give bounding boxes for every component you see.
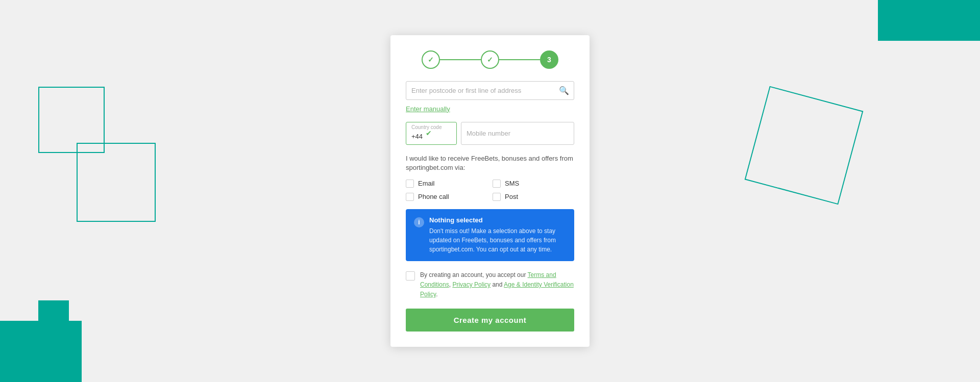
step-indicators: ✓ ✓ 3 xyxy=(406,50,574,69)
phone-call-checkbox[interactable] xyxy=(406,193,414,201)
contact-preferences: Email SMS Phone call Post xyxy=(406,180,574,201)
email-label: Email xyxy=(418,180,435,187)
step-3: 3 xyxy=(540,50,558,69)
step-2-check: ✓ xyxy=(487,56,493,64)
terms-checkbox[interactable] xyxy=(406,271,415,281)
offers-text: I would like to receive FreeBets, bonuse… xyxy=(406,154,574,172)
enter-manually-link[interactable]: Enter manually xyxy=(406,105,450,113)
create-account-label: Create my account xyxy=(454,316,527,324)
step-1: ✓ xyxy=(422,50,440,69)
privacy-policy-link[interactable]: Privacy Policy xyxy=(452,281,491,288)
mobile-number-input[interactable] xyxy=(461,122,574,145)
phone-row: Country code +44 ✔ xyxy=(406,122,574,145)
address-input[interactable] xyxy=(406,81,574,100)
country-code-value: +44 xyxy=(411,133,423,140)
post-checkbox-item[interactable]: Post xyxy=(493,193,574,201)
terms-text-before: By creating an account, you accept our xyxy=(420,271,526,278)
outline-square-3 xyxy=(745,86,864,205)
sms-label: SMS xyxy=(505,180,519,187)
step-1-check: ✓ xyxy=(428,56,434,64)
outline-square-2 xyxy=(77,143,156,222)
info-box: i Nothing selected Don't miss out! Make … xyxy=(406,209,574,261)
phone-call-checkbox-item[interactable]: Phone call xyxy=(406,193,487,201)
country-code-box[interactable]: Country code +44 ✔ xyxy=(406,122,457,145)
step-line-1 xyxy=(440,59,481,60)
country-code-label: Country code xyxy=(411,124,442,130)
terms-text-mid: and xyxy=(492,281,504,288)
terms-row: By creating an account, you accept our T… xyxy=(406,270,574,300)
teal-corner-bottom-left xyxy=(0,321,82,382)
step-2: ✓ xyxy=(481,50,499,69)
email-checkbox[interactable] xyxy=(406,180,414,188)
country-code-check-icon: ✔ xyxy=(426,129,432,137)
phone-call-label: Phone call xyxy=(418,193,449,200)
post-checkbox[interactable] xyxy=(493,193,501,201)
step-3-label: 3 xyxy=(547,56,551,64)
email-checkbox-item[interactable]: Email xyxy=(406,180,487,188)
teal-corner-top-right xyxy=(878,0,980,41)
search-icon: 🔍 xyxy=(559,86,569,95)
info-icon: i xyxy=(414,217,424,227)
sms-checkbox-item[interactable]: SMS xyxy=(493,180,574,188)
step-line-2 xyxy=(499,59,540,60)
teal-small-square xyxy=(38,300,69,331)
post-label: Post xyxy=(505,193,518,200)
registration-card: ✓ ✓ 3 🔍 Enter manually Country code +44 … xyxy=(390,35,590,347)
sms-checkbox[interactable] xyxy=(493,180,501,188)
outline-square-1 xyxy=(38,87,105,153)
info-body: Don't miss out! Make a selection above t… xyxy=(429,226,566,254)
create-account-button[interactable]: Create my account xyxy=(406,309,574,332)
terms-text: By creating an account, you accept our T… xyxy=(420,270,574,300)
info-content: Nothing selected Don't miss out! Make a … xyxy=(429,216,566,254)
address-search-container: 🔍 xyxy=(406,81,574,100)
info-title: Nothing selected xyxy=(429,216,566,224)
